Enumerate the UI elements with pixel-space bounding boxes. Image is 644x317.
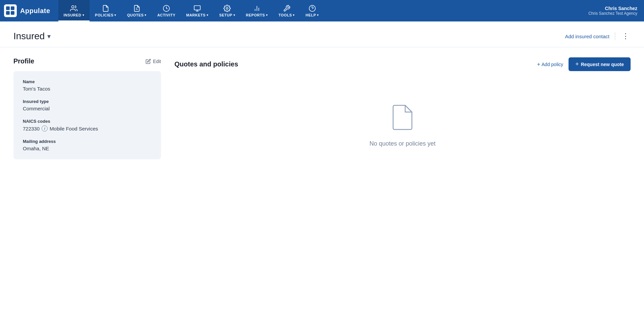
nav-quotes-label: QUOTES [127,13,144,17]
nav-item-policies[interactable]: POLICIES ▾ [90,0,122,21]
nav-item-help[interactable]: HELP ▾ [300,0,324,21]
profile-address-field: Mailing address Omaha, NE [23,139,152,151]
nav-items: INSURED ▾ POLICIES ▾ QUOTES [58,0,589,21]
svg-point-15 [309,5,315,11]
page-header-actions: Add insured contact ⋮ [565,32,631,41]
header-divider [615,32,615,40]
add-policy-button[interactable]: + Add policy [537,61,563,67]
nav-setup-label: SETUP [219,13,232,17]
nav-item-insured[interactable]: INSURED ▾ [58,0,90,21]
profile-naics-field: NAICS codes 722330 i Mobile Food Service… [23,119,152,131]
empty-document-icon [390,104,415,132]
tools-chevron-icon: ▾ [293,13,295,17]
naics-value-container: 722330 i Mobile Food Services [23,125,152,131]
page-header: Insured ▾ Add insured contact ⋮ [0,21,644,47]
quotes-actions: + Add policy + Request new quote [537,57,631,71]
type-label: Insured type [23,99,152,104]
address-value: Omaha, NE [23,146,152,151]
profile-section: Profile Edit Name Tom's Tacos Insured ty… [13,57,161,174]
app-logo[interactable]: Appulate [4,4,50,17]
user-name: Chris Sanchez [588,6,637,11]
svg-point-11 [226,7,228,9]
setup-chevron-icon: ▾ [233,13,235,17]
type-value: Commercial [23,106,152,111]
name-label: Name [23,79,152,84]
svg-rect-2 [6,11,10,15]
nav-activity-label: ACTIVITY [157,13,175,17]
naics-code: 722330 [23,126,40,131]
add-policy-plus-icon: + [537,61,540,67]
profile-section-header: Profile Edit [13,57,161,65]
quotes-chevron-icon: ▾ [145,13,147,17]
name-value: Tom's Tacos [23,86,152,92]
profile-name-field: Name Tom's Tacos [23,79,152,92]
nav-item-markets[interactable]: MARKETS ▾ [181,0,214,21]
svg-rect-1 [11,6,14,10]
request-quote-button[interactable]: + Request new quote [569,57,631,71]
nav-item-reports[interactable]: REPORTS ▾ [240,0,273,21]
svg-rect-0 [6,6,10,10]
markets-chevron-icon: ▾ [207,13,209,17]
policies-chevron-icon: ▾ [114,13,116,17]
logo-icon [4,4,17,17]
nav-policies-label: POLICIES [95,13,113,17]
edit-icon [146,59,151,64]
svg-rect-3 [11,11,14,15]
nav-tools-label: TOOLS [278,13,292,17]
insured-chevron-icon: ▾ [83,13,85,17]
quotes-title: Quotes and policies [174,60,238,68]
app-name: Appulate [20,7,50,15]
quotes-section-header: Quotes and policies + Add policy + Reque… [174,57,631,71]
more-options-button[interactable]: ⋮ [621,32,631,41]
naics-info-icon[interactable]: i [42,125,48,131]
add-policy-label: Add policy [542,62,564,67]
naics-description: Mobile Food Services [50,126,98,131]
quotes-section: Quotes and policies + Add policy + Reque… [174,57,631,174]
profile-type-field: Insured type Commercial [23,99,152,111]
naics-label: NAICS codes [23,119,152,124]
nav-insured-label: INSURED [64,13,82,17]
nav-reports-label: REPORTS [246,13,265,17]
empty-state: No quotes or policies yet [174,77,631,174]
nav-markets-label: MARKETS [186,13,206,17]
request-quote-plus-icon: + [575,61,579,68]
user-agency: Chris Sanchez Test Agency [588,11,637,16]
main-content: Profile Edit Name Tom's Tacos Insured ty… [0,47,644,184]
nav-item-setup[interactable]: SETUP ▾ [214,0,240,21]
more-options-icon: ⋮ [622,32,629,41]
help-chevron-icon: ▾ [317,13,319,17]
nav-item-tools[interactable]: TOOLS ▾ [273,0,300,21]
svg-rect-8 [194,5,200,10]
profile-title: Profile [13,57,34,65]
svg-point-4 [72,5,74,8]
add-insured-contact-button[interactable]: Add insured contact [565,34,609,39]
edit-button[interactable]: Edit [146,59,161,64]
navbar: Appulate INSURED ▾ POLICIES ▾ [0,0,644,21]
request-quote-label: Request new quote [581,62,624,67]
nav-item-quotes[interactable]: QUOTES ▾ [122,0,152,21]
nav-item-activity[interactable]: ACTIVITY [152,0,181,21]
profile-card: Name Tom's Tacos Insured type Commercial… [13,71,161,159]
page-title-chevron-icon: ▾ [47,32,51,40]
page-title[interactable]: Insured ▾ [13,31,51,42]
empty-state-text: No quotes or policies yet [369,140,435,147]
address-label: Mailing address [23,139,152,144]
reports-chevron-icon: ▾ [266,13,268,17]
user-info: Chris Sanchez Chris Sanchez Test Agency [588,6,637,16]
edit-label: Edit [153,59,161,64]
nav-help-label: HELP [306,13,316,17]
